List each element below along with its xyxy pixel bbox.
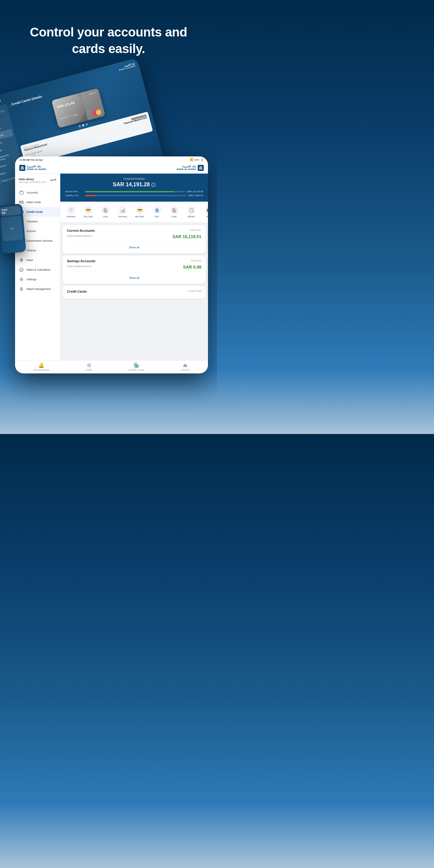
card-balance-amount: SAR 121.63 xyxy=(56,101,75,109)
tab-digital-store[interactable]: 🏪 DIGITAL STORE xyxy=(129,362,144,371)
qa-favorites[interactable]: ♡ Favorites xyxy=(63,205,79,219)
current-accounts-card: Current Accounts 2 Accounts Total Availa… xyxy=(63,225,206,253)
fawri-label: Fawri xyxy=(27,258,33,261)
current-title: Current Accounts xyxy=(67,229,95,232)
local-label: Local xyxy=(103,216,108,218)
sidebar: عربي Hello MOAZ Last Login: 22/04/2021 1… xyxy=(15,174,60,360)
bank-arabic-left: بنك الجزيرة xyxy=(27,165,46,168)
digital-store-icon: 🏪 xyxy=(133,362,140,368)
notifications-label: NOTIFICATIONS xyxy=(33,369,50,371)
savings-count: 1 Account xyxy=(191,259,201,262)
account-cards-list: Current Accounts 2 Accounts Total Availa… xyxy=(60,223,208,301)
svg-text:%: % xyxy=(21,269,22,271)
assets-amount: SAR 16,119.59 xyxy=(187,190,203,193)
hero-section: Control your accounts and cards easily. xyxy=(0,0,217,69)
assets-bar-row: Assets 89% SAR 16,119.59 xyxy=(65,190,203,193)
phone-screen: Avail SA SA xyxy=(0,204,26,254)
credit-count: 1 Credit Card xyxy=(187,290,201,292)
my-cards-label: My Cards xyxy=(135,216,144,218)
qa-sadad[interactable]: 📋 SADAD xyxy=(183,205,199,219)
watch-icon xyxy=(19,286,24,292)
summary-label: Summary xyxy=(118,216,127,218)
quick-actions-bar: ♡ Favorites 💳 Pay Card 🏠 Local 📊 xyxy=(60,202,208,222)
greeting-login: Last Login: 22/04/2021 11:05 xyxy=(19,181,56,183)
svg-rect-8 xyxy=(20,192,23,194)
tablets-container: 3:41 PM Wed 14 Apr بنك الجزيرة BANK ALJA… xyxy=(0,72,217,389)
sidebar-item-watch[interactable]: Watch Management xyxy=(15,284,60,294)
current-balance: SAR 16,119.51 xyxy=(173,234,201,239)
qa-local2[interactable]: 🏠 Local xyxy=(166,205,182,219)
qa-moi[interactable]: 🏛 MOI xyxy=(200,205,208,219)
bank-icon xyxy=(19,165,25,171)
my-cards-icon: 💳 xyxy=(135,206,144,214)
qa-my-cards[interactable]: 💳 My Cards xyxy=(131,205,148,219)
current-count: 2 Accounts xyxy=(190,229,201,231)
savings-accounts-card: Savings Accounts 1 Account Total Availab… xyxy=(63,255,206,284)
sidebar-item-settings[interactable]: Settings xyxy=(15,275,60,284)
savings-balance-row: Total Available Balance SAR 0.08 xyxy=(67,265,201,270)
tab-home[interactable]: ⊞ HOME xyxy=(86,362,92,371)
govt-services-label: Government Services xyxy=(27,239,53,242)
svg-rect-3 xyxy=(21,169,24,169)
settings-label: Settings xyxy=(27,278,36,281)
bank-logo-right: بنك الجزيرة BANK ALJAZIRA xyxy=(177,165,204,171)
transfers-label: Transfers xyxy=(27,220,38,223)
pay-card-icon: 💳 xyxy=(84,206,93,214)
savings-show-all[interactable]: Show all xyxy=(67,272,201,280)
sadad-qa-label: SADAD xyxy=(187,216,195,218)
current-show-all[interactable]: Show all xyxy=(67,241,201,250)
app-header: بنك الجزيرة BANK ALJAZIRA بنك الجزيرة BA… xyxy=(15,163,208,174)
logout-label: LOGOUT xyxy=(181,369,190,371)
baj-label: BAJ xyxy=(155,216,159,218)
finance-label: Finance xyxy=(27,249,36,252)
svg-rect-10 xyxy=(20,202,23,203)
credit-cards-card: Credit Cards 1 Credit Card xyxy=(63,286,206,299)
credit-header: Credit Cards 1 Credit Card xyxy=(67,290,201,293)
sidebar-greeting: عربي Hello MOAZ Last Login: 22/04/2021 1… xyxy=(15,177,60,187)
app-body: عربي Hello MOAZ Last Login: 22/04/2021 1… xyxy=(15,174,208,360)
favorites-label: Favorites xyxy=(67,216,75,218)
card-number: 5742.35** **** 5099 xyxy=(60,113,79,120)
accounts-label: Accounts xyxy=(27,191,38,194)
accounts-icon xyxy=(19,190,24,195)
qa-pay-card[interactable]: 💳 Pay Card xyxy=(80,205,96,219)
liability-amount: SAR 1,928.31 xyxy=(188,194,203,197)
svg-rect-2 xyxy=(23,167,24,169)
sadad-label: SADAD xyxy=(27,230,36,233)
tab-notifications[interactable]: 🔔 NOTIFICATIONS xyxy=(33,362,50,371)
savings-title: Savings Accounts xyxy=(67,259,96,263)
hero-title: Control your accounts and cards easily. xyxy=(18,24,199,57)
front-tablet: 11:58 AM Thu 22 Apr 📶 94% 🔋 xyxy=(15,156,208,373)
svg-rect-0 xyxy=(21,167,22,169)
sadad-qa-icon: 📋 xyxy=(187,206,195,214)
baj-icon: 🏦 xyxy=(153,206,161,214)
qa-summary[interactable]: 📊 Summary xyxy=(114,205,131,219)
battery-percent: 94% xyxy=(194,158,199,161)
battery-icon: 🔋 xyxy=(200,158,204,161)
digital-store-label: DIGITAL STORE xyxy=(129,369,144,371)
liability-label: Liability 11% xyxy=(65,194,83,197)
bank-logo-left: بنك الجزيرة BANK ALJAZIRA xyxy=(19,165,46,171)
svg-rect-5 xyxy=(200,167,201,169)
greeting-arabic[interactable]: عربي xyxy=(50,178,56,181)
tab-logout[interactable]: ⏏ LOGOUT xyxy=(181,362,190,371)
savings-balance: SAR 0.08 xyxy=(183,265,201,270)
status-bar: 11:58 AM Thu 22 Apr 📶 94% 🔋 xyxy=(15,156,208,163)
sidebar-item-accounts[interactable]: Accounts xyxy=(15,188,60,197)
home-label: HOME xyxy=(86,369,92,371)
sidebar-item-rates[interactable]: % Rates & Calculators xyxy=(15,265,60,275)
savings-balance-label: Total Available Balance xyxy=(67,265,92,268)
fp-arrow[interactable]: › xyxy=(151,183,156,187)
local2-icon: 🏠 xyxy=(170,206,179,214)
bank-icon-right xyxy=(198,165,204,171)
local-icon: 🏠 xyxy=(101,206,110,214)
bank-name-right: BANK ALJAZIRA xyxy=(177,168,196,171)
sidebar-item-debit-cards[interactable]: Debit Cards xyxy=(15,197,60,207)
qa-local[interactable]: 🏠 Local xyxy=(97,205,114,219)
financial-position-section: Financial Position SAR 14,191.28 › Asset… xyxy=(60,174,208,202)
summary-icon: 📊 xyxy=(119,206,127,214)
qa-baj[interactable]: 🏦 BAJ xyxy=(149,205,165,219)
sidebar-item-fawri[interactable]: Fawri xyxy=(15,255,60,265)
credit-title: Credit Cards xyxy=(67,290,87,293)
settings-icon xyxy=(19,277,24,282)
